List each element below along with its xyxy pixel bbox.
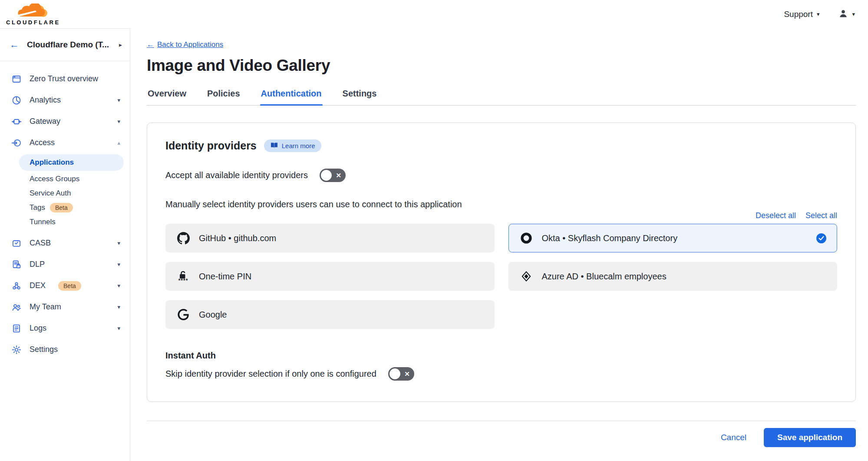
cloudflare-cloud-icon <box>10 3 56 19</box>
toggle-knob <box>389 368 400 379</box>
chevron-right-icon[interactable]: ▸ <box>119 41 122 48</box>
logs-document-icon <box>11 323 22 334</box>
provider-card-azure-ad[interactable]: Azure AD • Bluecalm employees <box>508 262 838 291</box>
provider-card-one-time-pin[interactable]: **** One-time PIN <box>165 262 495 291</box>
toggle-knob <box>321 170 332 181</box>
tab-settings[interactable]: Settings <box>342 89 378 105</box>
otp-stars: **** <box>178 280 188 282</box>
provider-card-github[interactable]: GitHub • github.com <box>165 224 495 252</box>
access-subnav: Applications Access Groups Service Auth … <box>0 154 130 229</box>
book-icon <box>271 142 278 149</box>
pie-chart-icon <box>11 95 22 106</box>
sidebar-account-header: ← Cloudflare Demo (T... ▸ <box>0 29 130 61</box>
sidebar: ← Cloudflare Demo (T... ▸ Zero Trust ove… <box>0 28 130 461</box>
tab-authentication[interactable]: Authentication <box>260 89 323 105</box>
accept-all-toggle[interactable]: ✕ <box>320 169 346 182</box>
overview-window-icon <box>11 74 22 84</box>
chevron-down-icon: ▾ <box>852 11 855 17</box>
github-icon <box>176 232 190 245</box>
chevron-up-icon: ▴ <box>117 139 120 146</box>
google-icon <box>176 309 190 320</box>
document-lock-icon <box>11 259 22 270</box>
selected-check-icon <box>816 233 826 243</box>
one-time-pin-lock-icon: **** <box>176 271 190 282</box>
identity-providers-heading: Identity providers <box>165 139 257 152</box>
identity-providers-card: Identity providers Learn more Accept all… <box>147 123 856 402</box>
user-avatar-icon <box>838 9 848 20</box>
team-people-icon <box>11 302 22 312</box>
beta-badge: Beta <box>50 203 73 212</box>
sidebar-item-zero-trust-overview[interactable]: Zero Trust overview <box>0 68 130 90</box>
sidebar-item-settings[interactable]: Settings <box>0 339 130 360</box>
access-icon <box>11 138 22 148</box>
instant-auth-heading: Instant Auth <box>165 351 837 361</box>
casb-box-check-icon <box>11 238 22 249</box>
chevron-down-icon: ▾ <box>117 240 120 246</box>
back-arrow-icon[interactable]: ← <box>10 39 19 50</box>
page-title: Image and Video Gallery <box>147 56 856 75</box>
gear-icon <box>11 345 22 355</box>
azure-ad-icon <box>519 271 533 282</box>
back-to-applications-link[interactable]: ← Back to Applications <box>147 40 223 49</box>
sidebar-item-tags[interactable]: Tags Beta <box>0 200 130 215</box>
footer-actions: Cancel Save application <box>147 428 856 447</box>
cloudflare-logo[interactable]: CLOUDFLARE <box>6 3 60 25</box>
chevron-down-icon: ▾ <box>117 282 120 289</box>
chevron-down-icon: ▾ <box>117 261 120 268</box>
sidebar-item-dlp[interactable]: DLP ▾ <box>0 254 130 275</box>
accept-all-label: Accept all available identity providers <box>165 170 308 180</box>
sidebar-item-dex[interactable]: DEX Beta ▾ <box>0 275 130 296</box>
cancel-button[interactable]: Cancel <box>721 433 746 442</box>
toggle-x-icon: ✕ <box>404 370 410 378</box>
okta-icon <box>519 232 533 244</box>
sidebar-item-tunnels[interactable]: Tunnels <box>0 215 130 229</box>
sidebar-item-applications[interactable]: Applications <box>19 154 124 171</box>
provider-card-google[interactable]: Google <box>165 300 495 329</box>
top-bar: CLOUDFLARE Support ▾ ▾ <box>0 0 868 28</box>
sidebar-item-gateway[interactable]: Gateway ▾ <box>0 111 130 132</box>
footer-divider <box>147 421 856 421</box>
sidebar-item-analytics[interactable]: Analytics ▾ <box>0 90 130 111</box>
topbar-actions: Support ▾ ▾ <box>784 9 855 20</box>
manual-select-text: Manually select identity providers users… <box>165 199 837 209</box>
sidebar-item-my-team[interactable]: My Team ▾ <box>0 296 130 318</box>
sidebar-item-access-groups[interactable]: Access Groups <box>0 172 130 186</box>
instant-auth-description: Skip identity provider selection if only… <box>165 369 376 379</box>
tab-overview[interactable]: Overview <box>147 89 187 105</box>
sidebar-item-service-auth[interactable]: Service Auth <box>0 186 130 200</box>
select-all-link[interactable]: Select all <box>805 211 837 220</box>
app-window: CLOUDFLARE Support ▾ ▾ ← Cloudflare Demo… <box>0 0 868 461</box>
deselect-all-link[interactable]: Deselect all <box>756 211 796 220</box>
provider-grid: GitHub • github.com Okta • Skyflash Comp… <box>165 224 837 329</box>
account-name[interactable]: Cloudflare Demo (T... <box>27 40 109 50</box>
chevron-down-icon: ▾ <box>117 304 120 310</box>
chevron-down-icon: ▾ <box>117 97 120 103</box>
support-menu[interactable]: Support ▾ <box>784 10 819 19</box>
main-content: ← Back to Applications Image and Video G… <box>130 28 868 461</box>
chevron-down-icon: ▾ <box>817 11 820 17</box>
sidebar-item-casb[interactable]: CASB ▾ <box>0 232 130 254</box>
instant-auth-section: Instant Auth Skip identity provider sele… <box>165 351 837 381</box>
provider-card-okta[interactable]: Okta • Skyflash Company Directory <box>508 224 838 252</box>
sidebar-item-access[interactable]: Access ▴ <box>0 132 130 153</box>
sidebar-nav: Zero Trust overview Analytics ▾ Gateway … <box>0 61 130 360</box>
chevron-down-icon: ▾ <box>117 118 120 125</box>
user-menu[interactable]: ▾ <box>838 9 855 20</box>
sidebar-item-logs[interactable]: Logs ▾ <box>0 318 130 339</box>
learn-more-badge[interactable]: Learn more <box>264 139 322 152</box>
tab-bar: Overview Policies Authentication Setting… <box>147 89 856 106</box>
cloudflare-wordmark: CLOUDFLARE <box>6 20 60 25</box>
save-application-button[interactable]: Save application <box>764 428 856 447</box>
chevron-down-icon: ▾ <box>117 325 120 332</box>
dex-cluster-icon <box>11 281 22 291</box>
instant-auth-toggle[interactable]: ✕ <box>388 367 414 381</box>
gateway-icon <box>11 116 22 127</box>
grid-spacer <box>508 300 838 329</box>
beta-badge: Beta <box>58 281 81 291</box>
tab-policies[interactable]: Policies <box>206 89 241 105</box>
back-arrow-icon: ← <box>147 40 154 49</box>
toggle-x-icon: ✕ <box>336 171 341 179</box>
